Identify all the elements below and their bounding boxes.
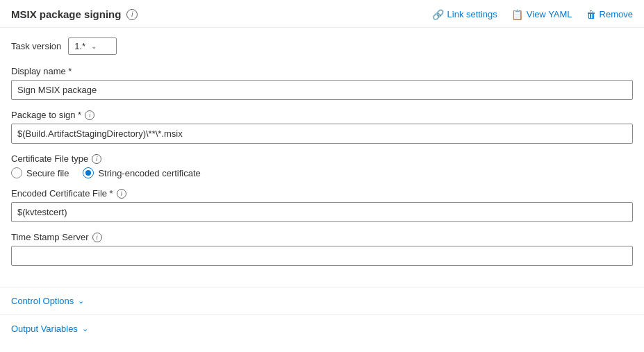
output-variables-section[interactable]: Output Variables ⌄ xyxy=(0,315,644,342)
main-content: Display name * Package to sign * i Certi… xyxy=(0,62,644,287)
radio-secure-file-label: Secure file xyxy=(26,168,69,178)
certificate-type-radio-group: Secure file String-encoded certificate xyxy=(11,167,633,178)
task-version-label: Task version xyxy=(11,41,61,51)
radio-secure-file-outer xyxy=(11,167,22,178)
output-variables-label: Output Variables xyxy=(11,324,78,334)
encoded-cert-file-group: Encoded Certificate File * i xyxy=(11,188,633,222)
trash-icon: 🗑 xyxy=(586,9,596,20)
view-yaml-button[interactable]: 📋 View YAML xyxy=(511,9,572,20)
cert-type-info-icon[interactable]: i xyxy=(92,154,101,164)
link-settings-button[interactable]: 🔗 Link settings xyxy=(432,9,497,20)
encoded-cert-info-icon[interactable]: i xyxy=(117,189,126,199)
time-stamp-info-icon[interactable]: i xyxy=(92,233,102,242)
time-stamp-server-label: Time Stamp Server i xyxy=(11,232,633,242)
certificate-file-type-label: Certificate File type i xyxy=(11,153,633,164)
radio-secure-file[interactable]: Secure file xyxy=(11,167,69,178)
output-variables-chevron: ⌄ xyxy=(82,324,88,333)
header-info-icon[interactable]: i xyxy=(126,9,138,20)
control-options-section[interactable]: Control Options ⌄ xyxy=(0,287,644,315)
task-version-row: Task version 1.* ⌄ xyxy=(0,28,644,62)
radio-string-encoded[interactable]: String-encoded certificate xyxy=(83,167,200,178)
package-to-sign-group: Package to sign * i xyxy=(11,110,633,144)
time-stamp-server-input[interactable] xyxy=(11,246,633,266)
display-name-group: Display name * xyxy=(11,66,633,100)
package-to-sign-input[interactable] xyxy=(11,124,633,144)
yaml-icon: 📋 xyxy=(511,9,523,20)
radio-string-encoded-outer xyxy=(83,167,94,178)
encoded-cert-file-input[interactable] xyxy=(11,202,633,222)
link-settings-label: Link settings xyxy=(447,9,497,19)
package-to-sign-label: Package to sign * i xyxy=(11,110,633,120)
remove-label: Remove xyxy=(600,9,633,19)
header-left: MSIX package signing i xyxy=(11,8,138,20)
link-icon: 🔗 xyxy=(432,9,444,20)
package-info-icon[interactable]: i xyxy=(85,110,94,120)
display-name-input[interactable] xyxy=(11,80,633,100)
encoded-cert-file-label: Encoded Certificate File * i xyxy=(11,188,633,199)
page-title: MSIX package signing xyxy=(11,8,121,20)
display-name-label: Display name * xyxy=(11,66,633,76)
radio-string-encoded-inner xyxy=(85,170,91,176)
view-yaml-label: View YAML xyxy=(527,9,572,19)
page-container: MSIX package signing i 🔗 Link settings 📋… xyxy=(0,0,644,352)
radio-string-encoded-label: String-encoded certificate xyxy=(98,168,200,178)
header: MSIX package signing i 🔗 Link settings 📋… xyxy=(0,0,644,28)
header-actions: 🔗 Link settings 📋 View YAML 🗑 Remove xyxy=(432,9,633,20)
chevron-down-icon: ⌄ xyxy=(91,42,97,50)
certificate-file-type-group: Certificate File type i Secure file Stri… xyxy=(11,153,633,178)
control-options-chevron: ⌄ xyxy=(78,296,84,305)
task-version-select[interactable]: 1.* ⌄ xyxy=(68,37,117,55)
control-options-label: Control Options xyxy=(11,296,74,306)
task-version-value: 1.* xyxy=(74,41,85,51)
time-stamp-server-group: Time Stamp Server i xyxy=(11,232,633,266)
remove-button[interactable]: 🗑 Remove xyxy=(586,9,633,20)
